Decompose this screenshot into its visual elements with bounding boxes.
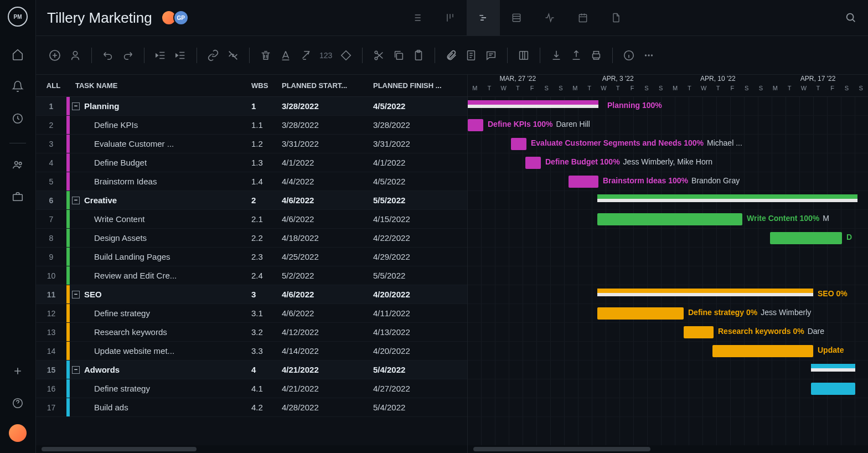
clear-format-icon[interactable] — [299, 49, 312, 61]
gantt-bar[interactable] — [569, 176, 598, 188]
app-logo[interactable]: PM — [8, 7, 28, 27]
table-row[interactable]: 4Define Budget1.34/1/20224/1/2022 — [36, 153, 467, 172]
gantt-bar[interactable] — [684, 326, 714, 338]
col-planned-finish[interactable]: PLANNED FINISH ... — [373, 81, 467, 90]
paste-icon[interactable] — [412, 49, 425, 61]
view-activity-icon[interactable] — [533, 0, 566, 36]
add-task-icon[interactable] — [48, 49, 61, 62]
copy-icon[interactable] — [392, 49, 405, 61]
view-gantt-icon[interactable] — [467, 0, 500, 36]
search-icon[interactable] — [845, 12, 857, 24]
gantt-row[interactable]: Research keywords 0%Dare — [468, 323, 868, 342]
print-icon[interactable] — [590, 49, 602, 61]
gantt-row[interactable] — [468, 361, 868, 379]
view-calendar-icon[interactable] — [566, 0, 600, 36]
import-icon[interactable] — [550, 49, 562, 61]
assign-icon[interactable] — [69, 49, 81, 61]
avatar-2[interactable]: GP — [173, 10, 189, 25]
clock-icon[interactable] — [7, 107, 29, 130]
gantt-row[interactable] — [468, 248, 868, 266]
info-icon[interactable] — [623, 49, 635, 61]
view-board-icon[interactable] — [433, 0, 467, 36]
collaborator-avatars[interactable]: GP — [161, 10, 189, 25]
collapse-icon[interactable]: − — [72, 291, 80, 298]
home-icon[interactable] — [7, 43, 29, 65]
table-scrollbar[interactable] — [36, 445, 467, 453]
view-sheet-icon[interactable] — [500, 0, 533, 36]
columns-icon[interactable] — [518, 49, 530, 61]
milestone-icon[interactable] — [340, 49, 352, 61]
table-row[interactable]: 17Build ads4.24/28/20225/4/2022 — [36, 398, 467, 417]
view-list-icon[interactable] — [400, 0, 433, 36]
table-row[interactable]: 7Write Content2.14/6/20224/15/2022 — [36, 210, 467, 229]
table-row[interactable]: 9Build Landing Pages2.34/25/20224/29/202… — [36, 248, 467, 266]
gantt-bar[interactable] — [811, 364, 855, 368]
link-icon[interactable] — [207, 49, 219, 61]
table-row[interactable]: 3Evaluate Customer ...1.23/31/20223/31/2… — [36, 135, 467, 153]
indent-icon[interactable] — [174, 49, 187, 61]
table-row[interactable]: 16Define strategy4.14/21/20224/27/2022 — [36, 379, 467, 398]
user-avatar[interactable] — [9, 424, 27, 442]
table-row[interactable]: 5Brainstorm Ideas1.44/4/20224/5/2022 — [36, 172, 467, 191]
col-all[interactable]: ALL — [36, 81, 66, 90]
gantt-bar[interactable] — [468, 119, 483, 131]
gantt-row[interactable]: Define KPIs 100%Daren Hill — [468, 116, 868, 135]
gantt-bar[interactable] — [712, 345, 813, 357]
gantt-bar[interactable] — [597, 307, 684, 320]
gantt-row[interactable] — [468, 398, 868, 417]
table-row[interactable]: 11−SEO34/6/20224/20/2022 — [36, 285, 467, 304]
gantt-row[interactable] — [468, 379, 868, 398]
gantt-row[interactable]: Define Budget 100%Jess Wimberly, Mike Ho… — [468, 153, 868, 172]
gantt-row[interactable] — [468, 266, 868, 285]
bell-icon[interactable] — [7, 75, 29, 97]
table-row[interactable]: 12Define strategy3.14/6/20224/11/2022 — [36, 304, 467, 323]
more-icon[interactable] — [643, 49, 655, 61]
plus-icon[interactable] — [7, 360, 29, 382]
export-icon[interactable] — [570, 49, 582, 61]
collapse-icon[interactable]: − — [72, 366, 80, 374]
gantt-row[interactable]: Define strategy 0%Jess Wimberly — [468, 304, 868, 323]
gantt-row[interactable]: D — [468, 229, 868, 248]
gantt-row[interactable]: Write Content 100%M — [468, 210, 868, 229]
notes-icon[interactable] — [465, 49, 477, 61]
table-row[interactable]: 10Review and Edit Cre...2.45/2/20225/5/2… — [36, 266, 467, 285]
attach-icon[interactable] — [445, 49, 457, 61]
gantt-scrollbar[interactable] — [468, 445, 868, 453]
col-wbs[interactable]: WBS — [251, 81, 282, 90]
collapse-icon[interactable]: − — [72, 197, 80, 204]
table-row[interactable]: 1−Planning13/28/20224/5/2022 — [36, 97, 467, 116]
table-row[interactable]: 2Define KPIs1.13/28/20223/28/2022 — [36, 116, 467, 135]
text-format-icon[interactable] — [280, 49, 292, 61]
gantt-bar[interactable] — [811, 383, 855, 395]
gantt-bar[interactable] — [597, 289, 813, 293]
gantt-bar[interactable] — [468, 100, 598, 105]
redo-icon[interactable] — [122, 49, 134, 61]
col-task-name[interactable]: TASK NAME — [70, 81, 251, 90]
help-icon[interactable] — [7, 392, 29, 414]
comment-icon[interactable] — [485, 49, 497, 61]
delete-icon[interactable] — [260, 49, 272, 61]
gantt-row[interactable]: Planning 100% — [468, 97, 868, 116]
table-row[interactable]: 6−Creative24/6/20225/5/2022 — [36, 191, 467, 210]
gantt-row[interactable]: Evaluate Customer Segments and Needs 100… — [468, 135, 868, 153]
undo-icon[interactable] — [102, 49, 114, 61]
table-row[interactable]: 14Update website met...3.34/14/20224/20/… — [36, 342, 467, 361]
collapse-icon[interactable]: − — [72, 102, 80, 110]
gantt-bar[interactable] — [525, 157, 541, 169]
unlink-icon[interactable] — [227, 49, 239, 61]
team-icon[interactable] — [7, 153, 29, 176]
gantt-bar[interactable] — [597, 194, 857, 199]
table-row[interactable]: 8Design Assets2.24/18/20224/22/2022 — [36, 229, 467, 248]
gantt-row[interactable]: Brainstorm Ideas 100%Brandon Gray — [468, 172, 868, 191]
briefcase-icon[interactable] — [7, 186, 29, 208]
gantt-bar[interactable] — [597, 213, 742, 225]
col-planned-start[interactable]: PLANNED START... — [282, 81, 373, 90]
gantt-row[interactable]: Update — [468, 342, 868, 361]
view-file-icon[interactable] — [600, 0, 633, 36]
gantt-row[interactable] — [468, 191, 868, 210]
cut-icon[interactable] — [373, 49, 385, 61]
outdent-icon[interactable] — [154, 49, 167, 61]
gantt-row[interactable]: SEO 0% — [468, 285, 868, 304]
gantt-bar[interactable] — [511, 138, 526, 150]
gantt-bar[interactable] — [770, 232, 842, 244]
